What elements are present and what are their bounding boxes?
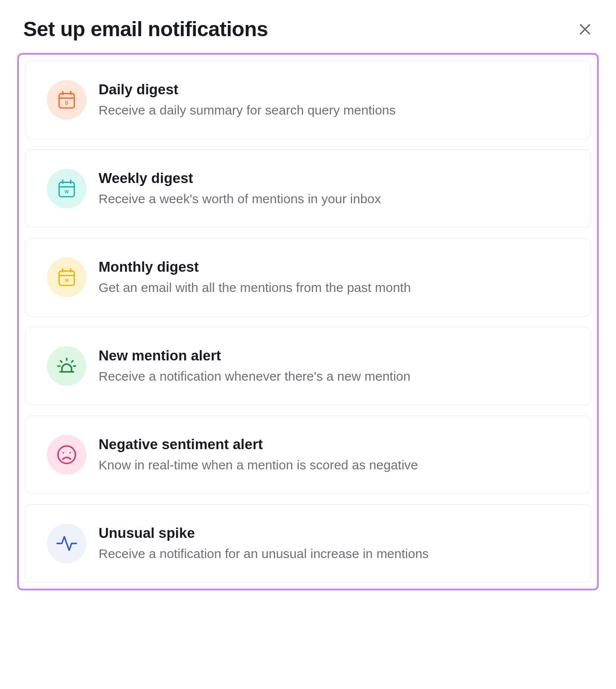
- svg-line-20: [71, 361, 73, 362]
- modal-header: Set up email notifications: [17, 17, 599, 41]
- svg-point-23: [58, 446, 76, 464]
- activity-icon: [47, 524, 87, 563]
- option-title: Unusual spike: [99, 525, 429, 542]
- option-title: Monthly digest: [99, 258, 411, 276]
- option-title: Negative sentiment alert: [99, 436, 418, 453]
- modal-title: Set up email notifications: [23, 17, 268, 41]
- option-text: Daily digest Receive a daily summary for…: [99, 81, 396, 119]
- option-text: New mention alert Receive a notification…: [99, 347, 410, 385]
- option-monthly-digest[interactable]: M Monthly digest Get an email with all t…: [25, 238, 591, 317]
- notifications-modal: Set up email notifications D Daily dige: [0, 0, 616, 590]
- option-desc: Get an email with all the mentions from …: [99, 279, 411, 297]
- calendar-day-icon: D: [47, 80, 87, 120]
- alarm-icon: [47, 346, 87, 386]
- option-daily-digest[interactable]: D Daily digest Receive a daily summary f…: [25, 61, 591, 139]
- option-title: Weekly digest: [99, 170, 381, 187]
- option-text: Monthly digest Get an email with all the…: [99, 258, 411, 296]
- svg-point-24: [62, 452, 64, 454]
- option-desc: Know in real-time when a mention is scor…: [99, 456, 418, 474]
- frown-icon: [47, 435, 87, 475]
- calendar-month-icon: M: [47, 258, 87, 297]
- calendar-week-icon: W: [47, 169, 87, 208]
- option-unusual-spike[interactable]: Unusual spike Receive a notification for…: [25, 504, 591, 583]
- option-new-mention[interactable]: New mention alert Receive a notification…: [25, 327, 591, 405]
- svg-text:D: D: [65, 101, 68, 106]
- option-desc: Receive a week's worth of mentions in yo…: [99, 190, 381, 208]
- close-icon: [577, 22, 593, 37]
- option-desc: Receive a daily summary for search query…: [99, 102, 396, 119]
- close-button[interactable]: [576, 20, 594, 39]
- option-title: Daily digest: [99, 81, 396, 98]
- option-text: Unusual spike Receive a notification for…: [99, 525, 429, 562]
- option-desc: Receive a notification for an unusual in…: [99, 545, 429, 563]
- option-negative-sentiment[interactable]: Negative sentiment alert Know in real-ti…: [25, 416, 591, 494]
- svg-text:M: M: [65, 278, 69, 283]
- option-text: Negative sentiment alert Know in real-ti…: [99, 436, 418, 474]
- option-weekly-digest[interactable]: W Weekly digest Receive a week's worth o…: [25, 149, 591, 228]
- option-desc: Receive a notification whenever there's …: [99, 368, 410, 385]
- svg-line-19: [60, 361, 62, 362]
- option-title: New mention alert: [99, 347, 410, 364]
- option-text: Weekly digest Receive a week's worth of …: [99, 170, 381, 208]
- svg-text:W: W: [65, 189, 69, 194]
- svg-point-25: [69, 452, 71, 454]
- options-panel: D Daily digest Receive a daily summary f…: [17, 53, 599, 590]
